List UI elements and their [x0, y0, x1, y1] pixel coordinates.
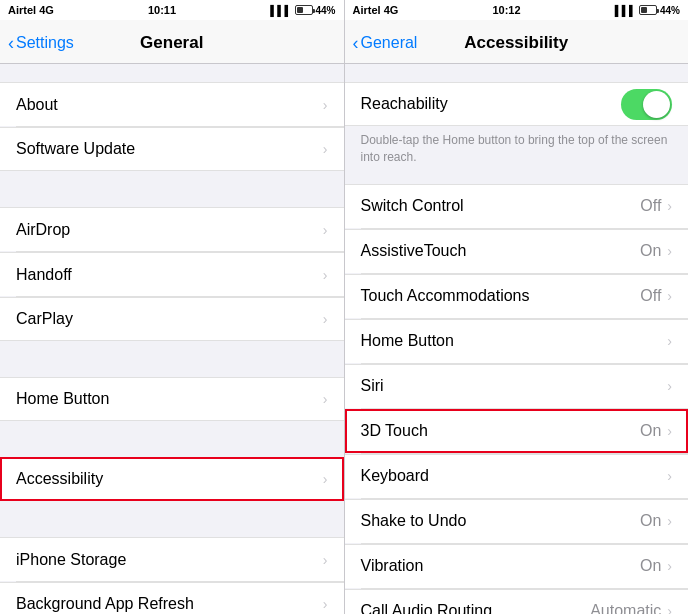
switch-control-value: Off: [640, 197, 661, 215]
list-item[interactable]: Home Button ›: [0, 377, 344, 421]
left-carrier: Airtel: [8, 4, 36, 16]
left-back-arrow-icon: ‹: [8, 34, 14, 52]
signal-icon: ▌▌▌: [615, 5, 636, 16]
left-group-5: iPhone Storage › Background App Refresh …: [0, 537, 344, 614]
list-item[interactable]: Background App Refresh ›: [0, 582, 344, 614]
reachability-desc: Double-tap the Home button to bring the …: [345, 126, 689, 176]
siri-item[interactable]: Siri ›: [345, 364, 689, 408]
touch-accommodations-value: Off: [640, 287, 661, 305]
shake-undo-value: On: [640, 512, 661, 530]
reachability-toggle[interactable]: [621, 89, 672, 120]
list-item[interactable]: About ›: [0, 82, 344, 126]
background-app-label: Background App Refresh: [16, 584, 323, 614]
toggle-knob: [643, 91, 670, 118]
chevron-icon: ›: [667, 378, 672, 394]
left-nav-bar: ‹ Settings General: [0, 20, 344, 64]
keyboard-label: Keyboard: [361, 456, 668, 496]
right-status-icons: ▌▌▌ 44%: [615, 5, 680, 16]
chevron-icon: ›: [323, 97, 328, 113]
list-item[interactable]: Handoff ›: [0, 252, 344, 296]
home-button-label: Home Button: [16, 379, 323, 419]
left-nav-title: General: [140, 33, 203, 53]
assistivetouch-label: AssistiveTouch: [361, 231, 640, 271]
left-back-button[interactable]: ‹ Settings: [8, 34, 74, 52]
left-group-1: About › Software Update ›: [0, 82, 344, 171]
reachability-item: Reachability: [345, 82, 689, 126]
assistivetouch-item[interactable]: AssistiveTouch On ›: [345, 229, 689, 273]
home-button-label: Home Button: [361, 321, 668, 361]
chevron-icon: ›: [667, 423, 672, 439]
home-button-item[interactable]: Home Button ›: [345, 319, 689, 363]
3d-touch-item[interactable]: 3D Touch On ›: [345, 409, 689, 453]
assistivetouch-value: On: [640, 242, 661, 260]
software-update-label: Software Update: [16, 129, 323, 169]
chevron-icon: ›: [667, 513, 672, 529]
right-status-info: Airtel 4G 10:12 ▌▌▌ 44%: [345, 0, 689, 20]
chevron-icon: ›: [323, 311, 328, 327]
chevron-icon: ›: [667, 603, 672, 614]
chevron-icon: ›: [323, 267, 328, 283]
battery-pct: 44%: [316, 5, 336, 16]
chevron-icon: ›: [323, 471, 328, 487]
right-panel: Airtel 4G 10:12 ▌▌▌ 44% ‹ General: [345, 0, 689, 614]
call-audio-value: Automatic: [590, 602, 661, 614]
right-nav-bar: ‹ General Accessibility: [345, 20, 689, 64]
chevron-icon: ›: [667, 333, 672, 349]
touch-accommodations-label: Touch Accommodations: [361, 276, 641, 316]
right-back-label: General: [361, 34, 418, 52]
chevron-icon: ›: [667, 243, 672, 259]
right-time: 10:12: [492, 4, 520, 16]
shake-undo-label: Shake to Undo: [361, 501, 640, 541]
right-network: 4G: [384, 4, 399, 16]
chevron-icon: ›: [667, 558, 672, 574]
3d-touch-value: On: [640, 422, 661, 440]
right-status-bar: Airtel 4G 10:12 ▌▌▌ 44%: [345, 0, 689, 20]
right-settings-list: Reachability Double-tap the Home button …: [345, 64, 689, 614]
switch-control-item[interactable]: Switch Control Off ›: [345, 184, 689, 228]
list-item[interactable]: iPhone Storage ›: [0, 537, 344, 581]
left-group-3: Home Button ›: [0, 377, 344, 421]
siri-label: Siri: [361, 366, 668, 406]
chevron-icon: ›: [323, 222, 328, 238]
right-main-group: Switch Control Off › AssistiveTouch On ›…: [345, 184, 689, 614]
touch-accommodations-item[interactable]: Touch Accommodations Off ›: [345, 274, 689, 318]
accessibility-label: Accessibility: [16, 459, 323, 499]
chevron-icon: ›: [323, 596, 328, 612]
airdrop-label: AirDrop: [16, 210, 323, 250]
battery-icon: [295, 5, 313, 15]
left-group-2: AirDrop › Handoff › CarPlay ›: [0, 207, 344, 341]
vibration-label: Vibration: [361, 546, 640, 586]
call-audio-label: Call Audio Routing: [361, 591, 591, 614]
left-status-icons: ▌▌▌ 44%: [270, 5, 335, 16]
switch-control-label: Switch Control: [361, 186, 641, 226]
chevron-icon: ›: [667, 468, 672, 484]
list-item[interactable]: CarPlay ›: [0, 297, 344, 341]
left-time: 10:11: [148, 4, 176, 16]
chevron-icon: ›: [323, 391, 328, 407]
left-status-bar: Airtel 4G 10:11 ▌▌▌ 44%: [0, 0, 344, 20]
right-group-reachability: Reachability: [345, 82, 689, 126]
list-item[interactable]: AirDrop ›: [0, 207, 344, 251]
right-back-button[interactable]: ‹ General: [353, 34, 418, 52]
keyboard-item[interactable]: Keyboard ›: [345, 454, 689, 498]
vibration-item[interactable]: Vibration On ›: [345, 544, 689, 588]
left-group-4: Accessibility ›: [0, 457, 344, 501]
battery-icon: [639, 5, 657, 15]
battery-pct: 44%: [660, 5, 680, 16]
handoff-label: Handoff: [16, 255, 323, 295]
list-item[interactable]: Software Update ›: [0, 127, 344, 171]
accessibility-item[interactable]: Accessibility ›: [0, 457, 344, 501]
chevron-icon: ›: [667, 288, 672, 304]
signal-icon: ▌▌▌: [270, 5, 291, 16]
call-audio-item[interactable]: Call Audio Routing Automatic ›: [345, 589, 689, 614]
chevron-icon: ›: [323, 552, 328, 568]
right-carrier: Airtel: [353, 4, 381, 16]
about-label: About: [16, 85, 323, 125]
shake-undo-item[interactable]: Shake to Undo On ›: [345, 499, 689, 543]
left-settings-list: About › Software Update › AirDrop › Ha: [0, 64, 344, 614]
iphone-storage-label: iPhone Storage: [16, 540, 323, 580]
left-back-label: Settings: [16, 34, 74, 52]
3d-touch-label: 3D Touch: [361, 411, 640, 451]
reachability-label: Reachability: [361, 84, 622, 124]
chevron-icon: ›: [323, 141, 328, 157]
